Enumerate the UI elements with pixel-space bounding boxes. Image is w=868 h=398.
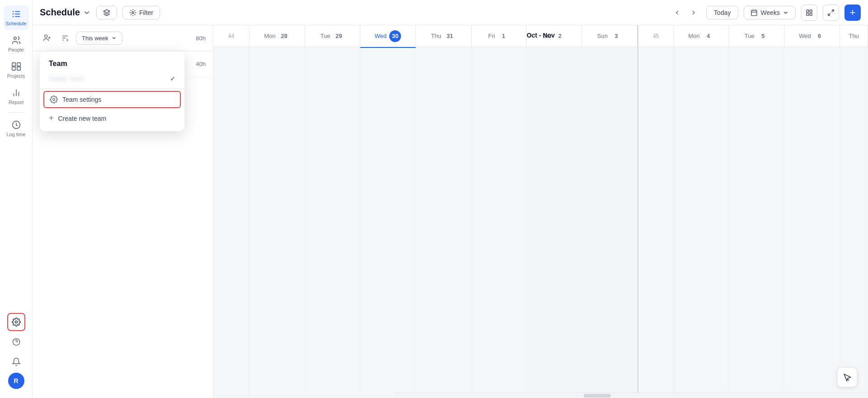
calendar-icon	[750, 9, 758, 16]
week44-label: 44	[213, 25, 250, 47]
day-name-sat2: Sat	[542, 33, 552, 39]
dropdown-divider	[40, 89, 184, 89]
sidebar-item-report-label: Report	[9, 100, 24, 105]
sidebar-item-report[interactable]: Report	[4, 84, 29, 109]
create-team-label: Create new team	[58, 115, 107, 122]
grid-view-button[interactable]	[801, 5, 817, 21]
sidebar-item-logtime[interactable]: Log time	[4, 116, 29, 141]
sidebar-item-people[interactable]: People	[4, 32, 29, 56]
sidebar-bottom: R	[7, 313, 25, 393]
cal-body	[213, 47, 868, 398]
team-name: Rafiqe Team	[49, 75, 84, 82]
app-title[interactable]: Schedule	[40, 7, 91, 18]
day-num-1: 1	[498, 30, 509, 42]
team-settings-item[interactable]: Team settings	[43, 91, 181, 108]
cell-wed30[interactable]	[360, 47, 416, 398]
svg-line-28	[831, 10, 834, 12]
svg-rect-26	[807, 13, 809, 15]
day-name-wed30: Wed	[375, 33, 387, 39]
day-num-2: 2	[554, 30, 566, 42]
settings-button[interactable]	[7, 313, 25, 331]
sidebar: Schedule People Projects Report	[0, 0, 33, 398]
plus-icon: +	[49, 114, 54, 123]
notifications-button[interactable]	[7, 353, 25, 371]
team-settings-label: Team settings	[62, 96, 101, 103]
add-person-icon	[43, 34, 51, 42]
cell-mon4[interactable]	[674, 47, 729, 398]
day-num-29: 29	[333, 30, 344, 42]
sidebar-item-logtime-label: Log time	[6, 132, 25, 137]
week45-body-cell	[637, 47, 674, 398]
scroll-track[interactable]	[394, 393, 868, 398]
day-num-6: 6	[814, 30, 826, 42]
layers-icon	[103, 9, 110, 16]
sidebar-item-schedule[interactable]: Schedule	[4, 5, 29, 30]
filter-icon	[129, 9, 137, 16]
week-selector[interactable]: This week	[76, 32, 123, 45]
nav-controls	[670, 5, 701, 20]
cell-mon28[interactable]	[250, 47, 305, 398]
sort-icon	[61, 34, 69, 42]
help-button[interactable]	[7, 333, 25, 351]
cell-thu31[interactable]	[416, 47, 472, 398]
filter-label: Filter	[139, 9, 153, 16]
calendar-area: Oct - Nov 44 Mon 28 Tue 29 Wed 30	[213, 25, 868, 398]
svg-marker-18	[104, 9, 109, 13]
filter-button[interactable]: Filter	[123, 6, 160, 19]
cursor-button[interactable]	[837, 367, 857, 387]
week44-body-cell	[213, 47, 250, 398]
total-hours-badge: 80h	[196, 35, 206, 42]
day-header-sun3: Sun 3	[582, 25, 638, 47]
day-header-mon4: Mon 4	[674, 25, 729, 47]
bell-icon	[12, 357, 21, 366]
prev-button[interactable]	[670, 5, 684, 20]
cell-wed6[interactable]	[785, 47, 840, 398]
sort-button[interactable]	[58, 31, 72, 45]
day-header-thu-next: Thu	[840, 25, 868, 47]
day-num-5: 5	[757, 30, 769, 42]
day-num-31: 31	[444, 30, 456, 42]
weeks-selector[interactable]: Weeks	[744, 6, 796, 19]
add-person-button[interactable]	[40, 31, 54, 45]
day-num-4: 4	[703, 30, 714, 42]
sidebar-divider	[7, 112, 25, 113]
cell-thu-next[interactable]	[840, 47, 868, 398]
day-num-3: 3	[610, 30, 622, 42]
day-name-fri1: Fri	[488, 33, 495, 39]
day-num-28: 28	[278, 30, 290, 42]
person-hours: 40h	[196, 61, 206, 67]
next-button[interactable]	[686, 5, 701, 20]
team-item[interactable]: Rafiqe Team ✓	[40, 71, 184, 87]
today-button[interactable]: Today	[706, 6, 738, 19]
day-header-sat2: Sat 2	[527, 25, 582, 47]
create-team-item[interactable]: + Create new team	[40, 109, 184, 128]
svg-rect-7	[12, 63, 15, 66]
week-chevron-icon	[111, 35, 117, 41]
next-icon	[690, 9, 697, 16]
weeks-chevron-icon	[783, 9, 789, 16]
svg-rect-9	[12, 67, 15, 70]
add-button[interactable]: +	[844, 5, 861, 21]
user-avatar[interactable]: R	[8, 373, 24, 389]
svg-rect-25	[810, 10, 812, 12]
prev-icon	[674, 9, 681, 16]
sidebar-item-projects[interactable]: Projects	[4, 58, 29, 82]
dropdown-title: Team	[40, 55, 184, 71]
scroll-thumb[interactable]	[584, 394, 611, 398]
svg-rect-27	[810, 13, 812, 15]
day-name-thu-next: Thu	[849, 33, 859, 39]
day-name-tue5: Tue	[745, 33, 755, 39]
svg-point-15	[15, 321, 17, 323]
expand-button[interactable]	[823, 5, 839, 21]
cell-fri1[interactable]	[472, 47, 527, 398]
svg-rect-8	[17, 63, 20, 66]
settings-icon	[12, 317, 21, 327]
day-header-wed6: Wed 6	[785, 25, 840, 47]
main-area: Schedule Filter T	[33, 0, 868, 398]
svg-point-19	[132, 12, 134, 14]
cell-tue29[interactable]	[305, 47, 361, 398]
cell-tue5[interactable]	[729, 47, 785, 398]
weeks-label: Weeks	[760, 9, 780, 16]
layers-button[interactable]	[96, 6, 117, 19]
check-icon: ✓	[170, 75, 175, 82]
